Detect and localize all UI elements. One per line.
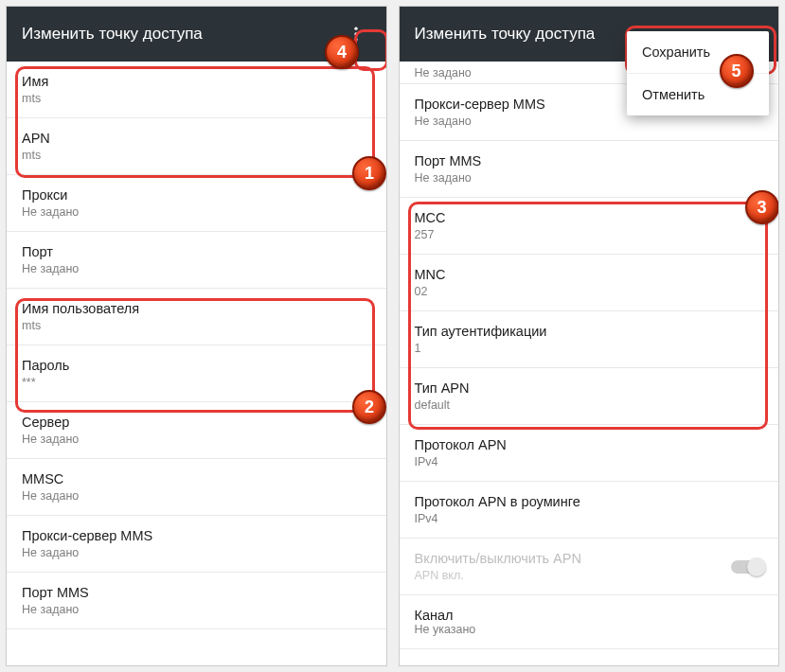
- row-apn-enable: Включить/выключить APN APN вкл.: [400, 539, 779, 595]
- row-mms-port[interactable]: Порт MMSНе задано: [400, 141, 779, 198]
- settings-list-right: Не задано Прокси-сервер MMSНе задано Пор…: [400, 62, 779, 665]
- badge-1: 1: [352, 156, 386, 190]
- row-apn-protocol[interactable]: Протокол APNIPv4: [400, 425, 779, 482]
- phone-right: Изменить точку доступа Не задано Прокси-…: [399, 6, 780, 666]
- row-name[interactable]: Имяmts: [7, 62, 386, 118]
- row-apn-roaming-protocol[interactable]: Протокол APN в роумингеIPv4: [400, 482, 779, 539]
- phone-left: Изменить точку доступа Имяmts APNmts Про…: [6, 6, 387, 666]
- badge-4: 4: [325, 35, 359, 69]
- row-proxy[interactable]: ПроксиНе задано: [7, 175, 386, 232]
- row-port[interactable]: ПортНе задано: [7, 232, 386, 289]
- row-server[interactable]: СерверНе задано: [7, 402, 386, 459]
- settings-list-left: Имяmts APNmts ПроксиНе задано ПортНе зад…: [7, 62, 386, 665]
- row-mms-port[interactable]: Порт MMSНе задано: [7, 573, 386, 629]
- badge-3: 3: [745, 190, 779, 224]
- apn-toggle[interactable]: [731, 560, 763, 574]
- svg-point-1: [354, 32, 357, 35]
- svg-point-0: [354, 27, 357, 30]
- row-apn-type[interactable]: Тип APNdefault: [400, 368, 779, 425]
- row-mmsc[interactable]: MMSCНе задано: [7, 459, 386, 516]
- badge-5: 5: [720, 54, 754, 88]
- row-mms-proxy[interactable]: Прокси-сервер MMSНе задано: [7, 516, 386, 573]
- row-mcc[interactable]: MCC257: [400, 198, 779, 255]
- page-title: Изменить точку доступа: [22, 25, 341, 44]
- row-username[interactable]: Имя пользователяmts: [7, 289, 386, 345]
- row-mnc[interactable]: MNC02: [400, 255, 779, 311]
- badge-2: 2: [352, 390, 386, 424]
- row-channel[interactable]: КаналНе указано: [400, 595, 779, 649]
- row-apn[interactable]: APNmts: [7, 118, 386, 175]
- row-auth-type[interactable]: Тип аутентификации1: [400, 311, 779, 368]
- row-password[interactable]: Пароль***: [7, 345, 386, 402]
